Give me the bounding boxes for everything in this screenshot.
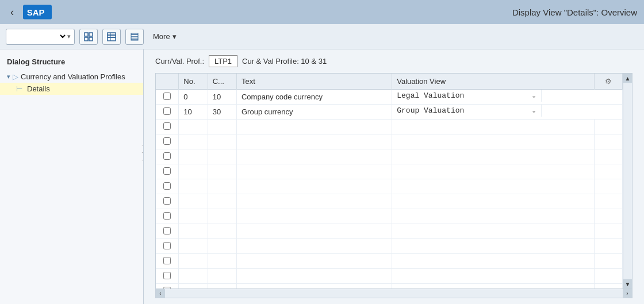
row2-c: 30: [208, 105, 236, 120]
sidebar-resize-handle[interactable]: · · ·: [141, 141, 143, 163]
scroll-right-button[interactable]: ›: [623, 289, 632, 298]
empty-checkbox[interactable]: [163, 137, 171, 145]
empty-checkbox[interactable]: [163, 182, 171, 190]
col-header-c: C...: [208, 74, 236, 90]
scroll-track[interactable]: [623, 83, 632, 279]
row1-settings-cell: [595, 90, 623, 105]
row1-no: 0: [179, 90, 208, 105]
row1-valuation-view: Legal Valuation ⌄: [392, 90, 542, 102]
empty-checkbox[interactable]: [163, 122, 171, 130]
empty-checkbox[interactable]: [163, 227, 171, 234]
row1-checkbox[interactable]: [163, 93, 171, 100]
empty-checkbox[interactable]: [163, 212, 171, 220]
table-view-button[interactable]: [102, 29, 121, 45]
header-left: ‹ SAP: [7, 4, 52, 20]
table-row: 10 30 Group currency Group Valuation: [156, 105, 623, 120]
data-table: No. C... Text Valuation View: [156, 74, 623, 288]
row2-checkbox-cell[interactable]: [156, 105, 179, 120]
table-row: [156, 120, 623, 134]
table-wrapper: No. C... Text Valuation View: [156, 74, 632, 288]
more-label: More: [153, 32, 170, 41]
empty-checkbox[interactable]: [163, 242, 171, 249]
row2-checkbox[interactable]: [163, 107, 171, 115]
horizontal-scrollbar[interactable]: ‹ ›: [156, 288, 632, 298]
sidebar-item-currency-profiles[interactable]: ▾ ▷ Currency and Valuation Profiles: [0, 71, 143, 83]
sidebar-item-label: Currency and Valuation Profiles: [21, 72, 125, 81]
row1-c: 10: [208, 90, 236, 105]
sidebar-title: Dialog Structure: [0, 55, 143, 71]
scroll-track-horizontal[interactable]: [165, 289, 623, 298]
row2-no: 10: [179, 105, 208, 120]
table-row: [156, 284, 623, 289]
svg-rect-5: [89, 37, 93, 41]
header-title: Display View "Details": Overview: [512, 7, 637, 17]
svg-rect-3: [89, 33, 93, 36]
svg-rect-2: [85, 33, 88, 36]
col-header-checkbox: [156, 74, 179, 90]
table-header-row: No. C... Text Valuation View: [156, 74, 623, 90]
table-row: [156, 209, 623, 224]
col-header-settings[interactable]: ⚙: [595, 74, 623, 90]
table-row: [156, 269, 623, 284]
row2-text: Group currency: [236, 105, 392, 120]
scroll-down-button[interactable]: ▼: [623, 279, 632, 288]
empty-checkbox[interactable]: [163, 152, 171, 160]
subfolder-icon: ⊢: [16, 84, 22, 93]
svg-rect-4: [85, 37, 88, 41]
sidebar-item-details[interactable]: ⊢ Details: [0, 83, 143, 95]
list-view-button[interactable]: [125, 29, 144, 45]
col-header-no: No.: [179, 74, 208, 90]
col-header-text: Text: [236, 74, 392, 90]
table-row: [156, 254, 623, 269]
more-button[interactable]: More ▾: [148, 30, 181, 43]
sidebar: Dialog Structure ▾ ▷ Currency and Valuat…: [0, 49, 144, 304]
toolbar: ▾ More ▾: [0, 24, 644, 49]
settings-gear-icon: ⚙: [605, 77, 612, 86]
filter-label: Curr/Val. Prof.:: [155, 57, 204, 66]
filter-description: Cur & Val Profile: 10 & 31: [242, 57, 327, 66]
row1-dropdown-icon[interactable]: ⌄: [531, 92, 536, 99]
vertical-scrollbar[interactable]: ▲ ▼: [623, 74, 632, 288]
table-row: 0 10 Company code currency Legal Valuati…: [156, 90, 623, 105]
header: ‹ SAP Display View "Details": Overview: [0, 0, 644, 24]
row1-text: Company code currency: [236, 90, 392, 105]
row2-valuation-view: Group Valuation ⌄: [392, 105, 542, 117]
sidebar-details-label: Details: [27, 84, 50, 93]
filter-bar: Curr/Val. Prof.: LTP1 Cur & Val Profile:…: [144, 49, 644, 73]
table-row: [156, 134, 623, 149]
folder-icon: ▷: [13, 72, 18, 81]
table-row: [156, 179, 623, 194]
row1-checkbox-cell[interactable]: [156, 90, 179, 105]
content: Curr/Val. Prof.: LTP1 Cur & Val Profile:…: [144, 49, 644, 304]
table-row: [156, 149, 623, 164]
table-icon: [107, 32, 116, 41]
empty-checkbox[interactable]: [163, 257, 171, 264]
scroll-up-button[interactable]: ▲: [623, 74, 632, 83]
col-header-valuation-view: Valuation View: [392, 74, 595, 90]
toolbar-select[interactable]: [10, 32, 67, 41]
select-arrow-icon: ▾: [67, 33, 71, 40]
list-icon: [130, 32, 139, 41]
main-layout: Dialog Structure ▾ ▷ Currency and Valuat…: [0, 49, 644, 304]
filter-value: LTP1: [209, 55, 237, 67]
scroll-left-button[interactable]: ‹: [156, 289, 165, 298]
grid-icon: [84, 32, 93, 41]
table-row: [156, 164, 623, 179]
svg-rect-8: [108, 37, 116, 41]
sap-logo: SAP: [23, 4, 52, 20]
toolbar-select-wrap[interactable]: ▾: [6, 29, 75, 45]
table-row: [156, 239, 623, 254]
empty-checkbox[interactable]: [163, 197, 171, 205]
more-arrow-icon: ▾: [172, 32, 177, 41]
grid-view-button[interactable]: [79, 29, 98, 45]
empty-checkbox[interactable]: [163, 167, 171, 175]
expand-icon: ▾: [7, 73, 10, 80]
table-row: [156, 224, 623, 239]
row2-dropdown-icon[interactable]: ⌄: [531, 107, 536, 114]
table-row: [156, 194, 623, 209]
back-button[interactable]: ‹: [7, 5, 17, 20]
svg-text:SAP: SAP: [27, 7, 45, 17]
empty-checkbox[interactable]: [163, 272, 171, 279]
table-container: No. C... Text Valuation View: [155, 73, 632, 298]
row2-settings-cell: [595, 105, 623, 120]
